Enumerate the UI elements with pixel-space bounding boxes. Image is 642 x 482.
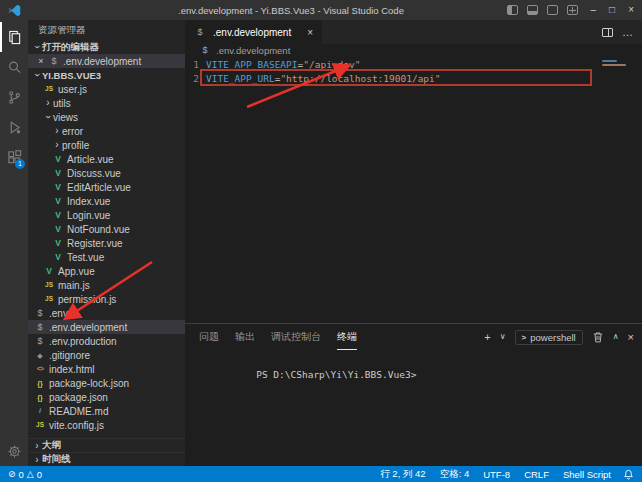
search-icon[interactable] xyxy=(0,52,28,82)
toggle-secondary-sidebar-icon[interactable] xyxy=(547,5,558,15)
js-file-icon: JS xyxy=(43,296,55,303)
more-actions-icon[interactable]: … xyxy=(622,26,633,38)
code-editor[interactable]: 1VITE_APP_BASEAPI="/api-dev"2VITE_APP_UR… xyxy=(185,57,642,323)
tree-item-package.json[interactable]: {}package.json xyxy=(28,390,185,404)
tree-item-label: .env.development xyxy=(49,322,127,333)
tree-item-App.vue[interactable]: VApp.vue xyxy=(28,264,185,278)
tree-item-package-lock.json[interactable]: {}package-lock.json xyxy=(28,376,185,390)
tree-item-user.js[interactable]: JSuser.js xyxy=(28,82,185,96)
tree-item-utils[interactable]: ›utils xyxy=(28,96,185,110)
toggle-panel-icon[interactable] xyxy=(527,5,538,15)
chevron-down-icon[interactable]: ∨ xyxy=(500,333,506,341)
tree-item-Register.vue[interactable]: VRegister.vue xyxy=(28,236,185,250)
tree-item-.env.development[interactable]: $.env.development xyxy=(28,320,185,334)
terminal-content[interactable]: PS D:\CSharp\Yi\Yi.BBS.Vue3> xyxy=(185,350,642,466)
chevron-right-icon: › xyxy=(32,441,42,451)
tree-item-views[interactable]: ›views xyxy=(28,110,185,124)
tree-item-error[interactable]: ›error xyxy=(28,124,185,138)
tree-item-README.md[interactable]: iREADME.md xyxy=(28,404,185,418)
tree-item-label: .env.production xyxy=(49,336,117,347)
tree-item-permission.js[interactable]: JSpermission.js xyxy=(28,292,185,306)
close-panel-icon[interactable]: × xyxy=(628,332,634,343)
terminal-profile-button[interactable]: > powershell xyxy=(515,330,583,345)
status-right-items: 行 2, 列 42空格: 4UTF-8CRLFShell Script xyxy=(380,468,611,481)
close-window-button[interactable]: × xyxy=(628,5,634,15)
tree-item-index.html[interactable]: <>index.html xyxy=(28,362,185,376)
terminal-icon: > xyxy=(522,333,527,342)
chevron-down-icon: › xyxy=(32,42,42,52)
panel-header: 问题输出调试控制台终端 + ∨ > powershell ∧ × xyxy=(185,324,642,350)
customize-layout-icon[interactable] xyxy=(567,5,578,15)
tree-item-Index.vue[interactable]: VIndex.vue xyxy=(28,194,185,208)
settings-gear-icon[interactable] xyxy=(0,436,28,466)
tree-item-label: Index.vue xyxy=(67,196,110,207)
open-editor-item[interactable]: × $ .env.development xyxy=(28,54,185,68)
status-item[interactable]: UTF-8 xyxy=(483,469,510,480)
maximize-button[interactable]: □ xyxy=(609,5,615,15)
project-header[interactable]: › YI.BBS.VUE3 xyxy=(28,68,185,82)
annotation-highlight-box xyxy=(200,69,592,86)
chevron-up-icon[interactable]: ∧ xyxy=(613,333,619,341)
status-item[interactable]: 空格: 4 xyxy=(440,468,470,481)
chevron-right-icon: › xyxy=(52,126,62,136)
run-debug-icon[interactable] xyxy=(0,112,28,142)
notifications-bell-icon[interactable] xyxy=(623,469,634,480)
breadcrumb[interactable]: $ .env.development xyxy=(185,44,642,57)
tree-item-Discuss.vue[interactable]: VDiscuss.vue xyxy=(28,166,185,180)
explorer-icon[interactable] xyxy=(0,22,28,52)
timeline-header[interactable]: › 时间线 xyxy=(28,452,185,466)
panel-tab-调试控制台[interactable]: 调试控制台 xyxy=(271,324,321,350)
close-tab-icon[interactable]: × xyxy=(307,27,313,38)
titlebar-controls: – □ × xyxy=(507,5,634,15)
tree-item-vite.config.js[interactable]: JSvite.config.js xyxy=(28,418,185,432)
problems-status[interactable]: ⊘ 0 △ 0 xyxy=(8,469,42,480)
chevron-right-icon: › xyxy=(32,455,42,465)
panel-tab-终端[interactable]: 终端 xyxy=(337,324,357,350)
tree-item-.env.production[interactable]: $.env.production xyxy=(28,334,185,348)
toggle-sidebar-icon[interactable] xyxy=(507,5,518,15)
tree-item-EditArticle.vue[interactable]: VEditArticle.vue xyxy=(28,180,185,194)
status-item[interactable]: 行 2, 列 42 xyxy=(380,468,425,481)
panel-tab-问题[interactable]: 问题 xyxy=(199,324,219,350)
outline-header[interactable]: › 大纲 xyxy=(28,438,185,452)
editor-area: $ .env.development × … $ .env.developmen… xyxy=(185,20,642,466)
tree-item-label: EditArticle.vue xyxy=(67,182,131,193)
minimize-button[interactable]: – xyxy=(591,5,597,15)
js-file-icon: JS xyxy=(34,422,46,429)
tree-item-label: Discuss.vue xyxy=(67,168,121,179)
chevron-right-icon: › xyxy=(43,98,53,108)
tree-item-label: error xyxy=(62,126,83,137)
chevron-right-icon: › xyxy=(52,140,62,150)
extensions-badge: 1 xyxy=(15,159,25,169)
status-item[interactable]: CRLF xyxy=(524,469,549,480)
status-item[interactable]: Shell Script xyxy=(563,469,611,480)
new-terminal-icon[interactable]: + xyxy=(484,332,490,343)
sidebar-bottom-sections: › 大纲 › 时间线 xyxy=(28,438,185,466)
tree-item-Article.vue[interactable]: VArticle.vue xyxy=(28,152,185,166)
tree-item-.gitignore[interactable]: ◆.gitignore xyxy=(28,348,185,362)
tree-item-label: .gitignore xyxy=(49,350,90,361)
tree-item-Login.vue[interactable]: VLogin.vue xyxy=(28,208,185,222)
tree-item-NotFound.vue[interactable]: VNotFound.vue xyxy=(28,222,185,236)
terminal-prompt: PS D:\CSharp\Yi\Yi.BBS.Vue3> xyxy=(256,369,416,380)
tree-item-Test.vue[interactable]: VTest.vue xyxy=(28,250,185,264)
source-control-icon[interactable] xyxy=(0,82,28,112)
vue-file-icon: V xyxy=(52,183,64,192)
tree-item-main.js[interactable]: JSmain.js xyxy=(28,278,185,292)
tree-item-.env[interactable]: $.env xyxy=(28,306,185,320)
tree-item-label: user.js xyxy=(58,84,87,95)
env-file-icon: $ xyxy=(199,46,211,55)
extensions-icon[interactable]: 1 xyxy=(0,142,28,172)
close-icon[interactable]: × xyxy=(36,56,46,66)
trash-icon[interactable] xyxy=(592,331,604,343)
env-file-icon: $ xyxy=(34,323,46,332)
tree-item-label: NotFound.vue xyxy=(67,224,130,235)
split-editor-icon[interactable] xyxy=(602,28,613,37)
open-editors-label: 打开的编辑器 xyxy=(42,41,99,54)
vscode-window: .env.development - Yi.BBS.Vue3 - Visual … xyxy=(0,0,642,482)
tree-item-profile[interactable]: ›profile xyxy=(28,138,185,152)
open-editors-header[interactable]: › 打开的编辑器 xyxy=(28,40,185,54)
chevron-down-icon: › xyxy=(32,70,42,80)
panel-tab-输出[interactable]: 输出 xyxy=(235,324,255,350)
tab-env-development[interactable]: $ .env.development × xyxy=(185,20,322,44)
